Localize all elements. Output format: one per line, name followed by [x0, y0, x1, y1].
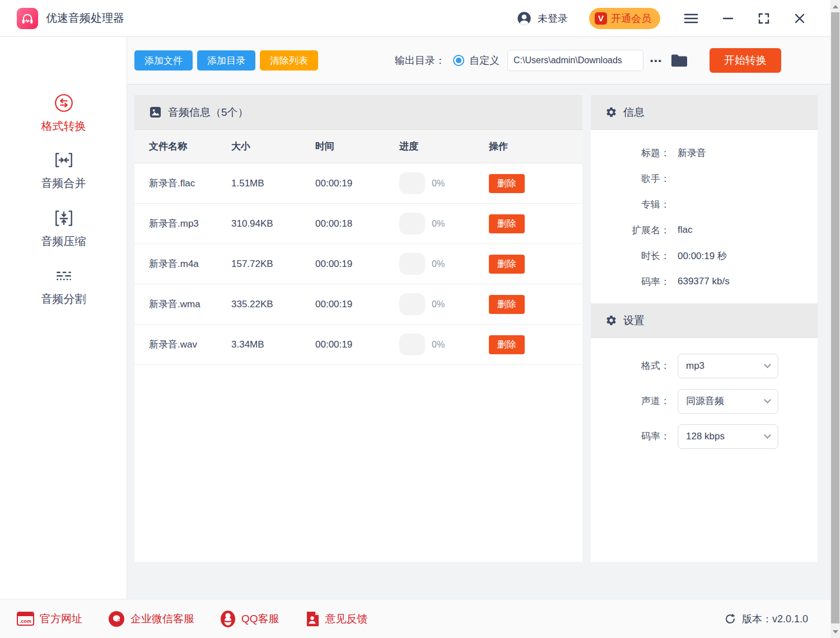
col-time: 时间 — [315, 140, 399, 153]
wechat-service-link[interactable]: 企业微信客服 — [108, 611, 194, 627]
info-row-duration: 时长： 00:00:19 秒 — [591, 243, 818, 269]
audio-split-icon — [53, 265, 74, 287]
delete-button[interactable]: 删除 — [489, 295, 525, 314]
channel-select[interactable]: 同源音频 — [678, 389, 778, 414]
minimize-button[interactable] — [722, 12, 734, 25]
file-time: 00:00:19 — [315, 339, 399, 350]
chevron-down-icon — [764, 431, 771, 439]
hamburger-icon — [684, 13, 698, 24]
sidebar-item-audio-merge[interactable]: 音频合并 — [0, 143, 127, 197]
setting-row-bitrate: 码率： 128 kbps — [591, 419, 818, 454]
info-panel-title: 信息 — [623, 105, 645, 120]
col-filename: 文件名称 — [149, 140, 231, 153]
add-file-button[interactable]: 添加文件 — [134, 50, 193, 71]
titlebar: 优速音频处理器 未登录 V 开通会员 — [0, 0, 830, 37]
user-avatar-icon — [516, 11, 532, 26]
progress-value: 0% — [432, 259, 445, 269]
table-row: 新录音.mp3 310.94KB 00:00:18 0% 删除 — [134, 204, 582, 244]
file-panel-title: 音频信息（5个） — [168, 105, 249, 120]
sidebar: 格式转换 音频合并 音频压缩 — [0, 37, 127, 599]
progress-pill — [399, 253, 425, 275]
sidebar-item-audio-split[interactable]: 音频分割 — [0, 259, 127, 313]
info-settings-panel: 信息 标题： 新录音 歌手： 专辑： 扩展名： flac — [591, 95, 818, 562]
official-website-link[interactable]: .com 官方网址 — [17, 612, 82, 626]
scroll-up-arrow[interactable] — [830, 2, 840, 11]
sidebar-item-format-convert[interactable]: 格式转换 — [0, 86, 127, 140]
file-size: 157.72KB — [231, 259, 315, 270]
add-folder-button[interactable]: 添加目录 — [197, 50, 255, 71]
qq-service-link[interactable]: QQ客服 — [220, 610, 279, 628]
audio-merge-icon — [53, 149, 74, 171]
custom-radio-label: 自定义 — [469, 54, 500, 67]
gear-icon — [605, 315, 617, 326]
progress-value: 0% — [432, 179, 445, 189]
feedback-icon — [305, 611, 320, 627]
close-icon — [794, 12, 806, 25]
file-time: 00:00:18 — [315, 218, 399, 229]
footer: .com 官方网址 企业微信客服 — [0, 599, 830, 638]
file-size: 1.51MB — [231, 178, 315, 189]
maximize-button[interactable] — [758, 12, 770, 25]
start-convert-button[interactable]: 开始转换 — [710, 48, 781, 73]
feedback-link[interactable]: 意见反馈 — [305, 611, 368, 627]
menu-button[interactable] — [684, 13, 698, 24]
sidebar-item-audio-compress[interactable]: 音频压缩 — [0, 201, 127, 255]
output-path-input[interactable] — [507, 50, 643, 71]
chevron-down-icon — [764, 396, 771, 404]
browse-folder-button[interactable] — [670, 53, 688, 68]
setting-row-channel: 声道： 同源音频 — [591, 383, 818, 419]
vip-button[interactable]: V 开通会员 — [589, 8, 660, 29]
app-window: 优速音频处理器 未登录 V 开通会员 — [0, 0, 840, 638]
version-area[interactable]: 版本：v2.0.1.0 — [724, 612, 808, 626]
custom-radio[interactable] — [453, 55, 464, 66]
file-time: 00:00:19 — [315, 259, 399, 270]
settings-fields: 格式： mp3 声道： 同源音频 码率： 128 kb — [591, 348, 818, 454]
info-row-title: 标题： 新录音 — [591, 140, 818, 166]
delete-button[interactable]: 删除 — [489, 174, 525, 193]
progress-pill — [399, 293, 425, 315]
table-row: 新录音.wav 3.34MB 00:00:19 0% 删除 — [134, 325, 582, 365]
delete-button[interactable]: 删除 — [489, 335, 525, 354]
progress-cell: 0% — [399, 253, 489, 275]
table-row: 新录音.flac 1.51MB 00:00:19 0% 删除 — [134, 163, 582, 204]
scroll-down-arrow[interactable] — [830, 627, 840, 636]
file-name: 新录音.m4a — [149, 257, 205, 271]
settings-panel-header: 设置 — [591, 303, 818, 338]
settings-panel-title: 设置 — [623, 313, 645, 328]
progress-cell: 0% — [399, 293, 489, 315]
info-row-bitrate: 码率： 639377 kb/s — [591, 269, 818, 294]
qq-icon — [220, 610, 236, 628]
vertical-scrollbar[interactable] — [830, 0, 840, 638]
more-options-button[interactable]: ••• — [650, 56, 662, 65]
progress-cell: 0% — [399, 213, 489, 234]
format-select[interactable]: mp3 — [678, 354, 778, 378]
close-button[interactable] — [794, 12, 806, 25]
col-size: 大小 — [231, 140, 315, 153]
delete-button[interactable]: 删除 — [489, 214, 525, 233]
login-area[interactable]: 未登录 — [516, 11, 568, 26]
app-logo-icon — [17, 8, 38, 29]
delete-button[interactable]: 删除 — [489, 255, 525, 274]
refresh-icon — [724, 612, 737, 626]
wechat-icon — [108, 611, 125, 627]
info-row-extension: 扩展名： flac — [591, 217, 818, 243]
info-fields: 标题： 新录音 歌手： 专辑： 扩展名： flac 时长： 00:00: — [591, 140, 818, 294]
login-status[interactable]: 未登录 — [538, 12, 568, 25]
progress-pill — [399, 213, 425, 234]
progress-cell: 0% — [399, 334, 489, 355]
output-dir-label: 输出目录： — [395, 54, 445, 67]
file-name: 新录音.mp3 — [149, 217, 205, 231]
maximize-icon — [758, 12, 770, 25]
app-title: 优速音频处理器 — [46, 11, 124, 26]
main-area: 音频信息（5个） 文件名称 大小 时间 进度 操作 新录音.flac 1.51M… — [127, 85, 830, 599]
clear-list-button[interactable]: 清除列表 — [260, 50, 318, 71]
scrollbar-thumb[interactable] — [831, 12, 839, 623]
audio-file-panel: 音频信息（5个） 文件名称 大小 时间 进度 操作 新录音.flac 1.51M… — [134, 95, 582, 562]
progress-value: 0% — [432, 299, 445, 309]
chevron-down-icon — [764, 361, 771, 368]
file-panel-header: 音频信息（5个） — [134, 95, 582, 130]
bitrate-select[interactable]: 128 kbps — [678, 424, 778, 449]
vip-icon: V — [595, 12, 607, 25]
version-label: 版本：v2.0.1.0 — [742, 612, 808, 626]
setting-row-format: 格式： mp3 — [591, 348, 818, 383]
